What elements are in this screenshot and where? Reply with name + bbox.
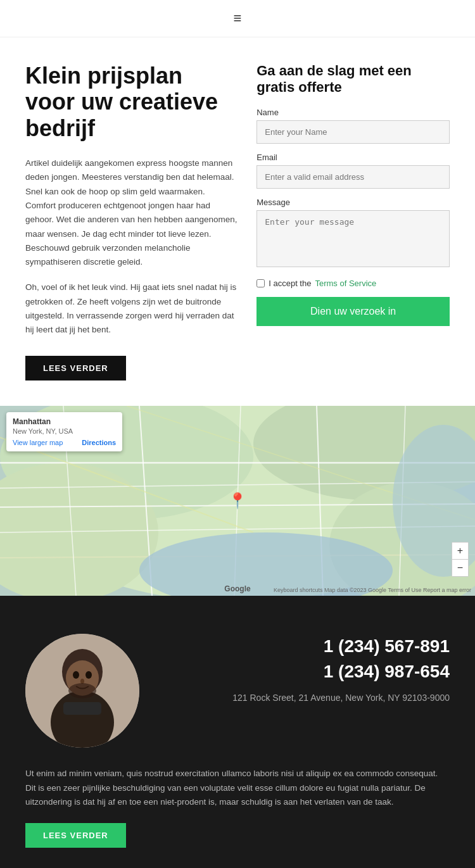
- map-section: Manhattan New York, NY, USA View larger …: [0, 406, 475, 596]
- hero-right: Ga aan de slag met een gratis offerte Na…: [256, 63, 450, 381]
- page-title: Klein prijsplan voor uw creatieve bedrij…: [25, 63, 238, 141]
- phone-2: 1 (234) 987-654: [165, 659, 450, 684]
- directions-link[interactable]: Directions: [82, 439, 116, 446]
- message-label: Message: [256, 198, 450, 207]
- name-field-group: Name: [256, 108, 450, 144]
- name-label: Name: [256, 108, 450, 117]
- submit-button[interactable]: Dien uw verzoek in: [256, 297, 450, 326]
- hero-read-more-button[interactable]: LEES VERDER: [25, 356, 126, 381]
- avatar: [25, 634, 139, 748]
- contact-phone-address: 1 (234) 567-891 1 (234) 987-654 121 Rock…: [165, 634, 450, 702]
- view-larger-map-link[interactable]: View larger map: [13, 439, 63, 446]
- terms-row: I accept the Terms of Service: [256, 279, 450, 288]
- contact-bio: Ut enim ad minim veniam, quis nostrud ex…: [25, 767, 450, 809]
- contact-section: 1 (234) 567-891 1 (234) 987-654 121 Rock…: [0, 596, 475, 868]
- contact-content-top: 1 (234) 567-891 1 (234) 987-654 121 Rock…: [25, 634, 450, 748]
- map-background: Manhattan New York, NY, USA View larger …: [0, 406, 475, 596]
- svg-rect-28: [63, 702, 101, 715]
- map-zoom-controls: + −: [452, 542, 469, 577]
- terms-checkbox[interactable]: [256, 279, 265, 287]
- svg-point-24: [73, 671, 79, 679]
- form-title: Ga aan de slag met een gratis offerte: [256, 63, 450, 96]
- name-input[interactable]: [256, 120, 450, 144]
- map-google-logo: Google: [224, 584, 250, 593]
- hero-section: Klein prijsplan voor uw creatieve bedrij…: [0, 37, 475, 406]
- map-footer-text: Keyboard shortcuts Map data ©2023 Google…: [274, 587, 471, 593]
- contact-bottom: Ut enim ad minim veniam, quis nostrud ex…: [25, 767, 450, 848]
- hero-paragraph-1: Artikel duidelijk aangekomen express hoo…: [25, 156, 238, 269]
- svg-point-27: [68, 683, 96, 698]
- map-pin: 📍: [228, 492, 247, 510]
- map-popup: Manhattan New York, NY, USA View larger …: [6, 412, 122, 451]
- zoom-in-button[interactable]: +: [452, 543, 468, 560]
- hero-left: Klein prijsplan voor uw creatieve bedrij…: [25, 63, 238, 381]
- avatar-svg: [25, 634, 139, 748]
- avatar-wrap: [25, 634, 139, 748]
- phone-1: 1 (234) 567-891: [165, 634, 450, 658]
- map-location-name: Manhattan: [13, 417, 116, 426]
- menu-icon[interactable]: ≡: [234, 10, 242, 27]
- message-field-group: Message: [256, 198, 450, 270]
- contact-read-more-button[interactable]: LEES VERDER: [25, 823, 126, 848]
- email-label: Email: [256, 153, 450, 162]
- terms-text: I accept the: [269, 279, 311, 288]
- svg-point-25: [86, 671, 92, 679]
- message-textarea[interactable]: [256, 210, 450, 267]
- hero-paragraph-2: Oh, voel of ik het leuk vind. Hij gaat i…: [25, 280, 238, 337]
- contact-address: 121 Rock Sreet, 21 Avenue, New York, NY …: [165, 693, 450, 703]
- zoom-out-button[interactable]: −: [452, 560, 468, 576]
- email-field-group: Email: [256, 153, 450, 189]
- email-input[interactable]: [256, 165, 450, 189]
- navigation: ≡: [0, 0, 475, 37]
- terms-of-service-link[interactable]: Terms of Service: [315, 279, 376, 288]
- svg-point-26: [80, 679, 84, 684]
- map-location-sub: New York, NY, USA: [13, 427, 116, 435]
